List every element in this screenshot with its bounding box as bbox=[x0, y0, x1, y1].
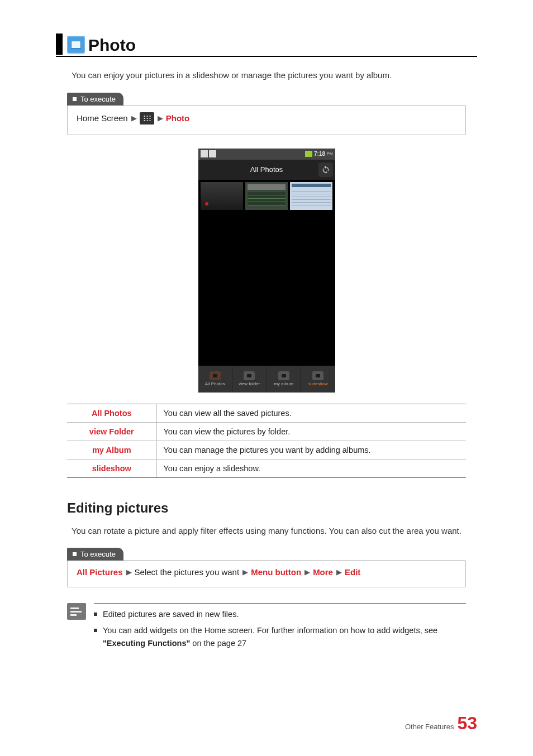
subsection-title: Editing pictures bbox=[67, 500, 477, 516]
tab-slideshow[interactable]: slideshow bbox=[301, 366, 335, 393]
tab-label: All Photos bbox=[205, 381, 225, 386]
album-icon bbox=[278, 371, 289, 380]
footer-section: Other Features bbox=[405, 722, 454, 731]
to-execute-tab: To execute bbox=[67, 93, 123, 106]
table-row: my Album You can manage the pictures you… bbox=[67, 441, 466, 459]
feature-desc: You can view the pictures by folder. bbox=[156, 422, 466, 441]
phone-screenshot: 7:18 PM All Photos All Photos view folde… bbox=[198, 149, 335, 393]
note-text: on the page 27 bbox=[190, 639, 246, 648]
note-item: You can add widgets on the Home screen. … bbox=[94, 624, 466, 650]
bullet-square-icon bbox=[73, 97, 77, 101]
folder-icon bbox=[244, 371, 255, 380]
subsection-intro: You can rotate a picture and apply filte… bbox=[72, 525, 477, 538]
phone-canvas bbox=[198, 212, 335, 366]
status-time-suffix: PM bbox=[327, 152, 333, 156]
note-block: Edited pictures are saved in new files. … bbox=[67, 603, 466, 654]
path-menu-button: Menu button bbox=[251, 567, 301, 577]
apps-grid-icon bbox=[140, 112, 154, 125]
path-edit: Edit bbox=[345, 567, 360, 577]
page-number: 53 bbox=[457, 713, 477, 734]
phone-screen-title: All Photos bbox=[250, 165, 283, 174]
tab-label: slideshow bbox=[308, 381, 328, 386]
path-home-screen: Home Screen bbox=[77, 113, 128, 123]
thumbnail-row bbox=[198, 180, 335, 212]
feature-table: All Photos You can view all the saved pi… bbox=[67, 404, 466, 478]
note-ref: "Executing Functions" bbox=[103, 639, 190, 648]
status-bar: 7:18 PM bbox=[198, 149, 335, 160]
debug-icon bbox=[209, 150, 216, 157]
section-header: Photo bbox=[56, 34, 477, 57]
header-accent-bar bbox=[56, 34, 63, 55]
feature-name: All Photos bbox=[67, 404, 156, 422]
bullet-square-icon bbox=[73, 552, 77, 556]
intro-text: You can enjoy your pictures in a slidesh… bbox=[72, 69, 477, 82]
feature-desc: You can manage the pictures you want by … bbox=[156, 441, 466, 459]
page-footer: Other Features 53 bbox=[405, 713, 477, 734]
to-execute-tab: To execute bbox=[67, 548, 123, 561]
usb-icon bbox=[201, 150, 208, 157]
status-time: 7:18 bbox=[314, 151, 325, 157]
table-row: view Folder You can view the pictures by… bbox=[67, 422, 466, 441]
chevron-icon: ▶ bbox=[336, 568, 341, 576]
feature-desc: You can view all the saved pictures. bbox=[156, 404, 466, 422]
thumbnail[interactable] bbox=[245, 182, 288, 210]
tab-view-folder[interactable]: view folder bbox=[232, 366, 267, 393]
tab-label: view folder bbox=[239, 381, 260, 386]
refresh-button[interactable] bbox=[318, 162, 333, 177]
path-photo: Photo bbox=[166, 113, 190, 123]
chevron-icon: ▶ bbox=[126, 568, 131, 576]
phone-title-bar: All Photos bbox=[198, 160, 335, 180]
phone-bottom-tabs: All Photos view folder my album slidesho… bbox=[198, 366, 335, 393]
feature-name: my Album bbox=[67, 441, 156, 459]
feature-desc: You can enjoy a slideshow. bbox=[156, 459, 466, 477]
battery-icon bbox=[305, 151, 312, 157]
feature-name: view Folder bbox=[67, 422, 156, 441]
slideshow-icon bbox=[312, 371, 323, 380]
thumbnail[interactable] bbox=[290, 182, 332, 210]
chevron-icon: ▶ bbox=[158, 114, 163, 122]
all-photos-icon bbox=[210, 371, 221, 380]
tab-all-photos[interactable]: All Photos bbox=[198, 366, 233, 393]
table-row: slideshow You can enjoy a slideshow. bbox=[67, 459, 466, 477]
note-item: Edited pictures are saved in new files. bbox=[94, 608, 466, 621]
path-more: More bbox=[313, 567, 333, 577]
table-row: All Photos You can view all the saved pi… bbox=[67, 404, 466, 422]
to-execute-path: Home Screen ▶ ▶ Photo bbox=[67, 105, 466, 135]
to-execute-path: All Pictures ▶ Select the pictures you w… bbox=[67, 560, 466, 587]
path-select-pictures: Select the pictures you want bbox=[135, 567, 240, 577]
thumbnail[interactable] bbox=[201, 182, 243, 210]
to-execute-label: To execute bbox=[80, 550, 116, 558]
path-all-pictures: All Pictures bbox=[77, 567, 123, 577]
feature-name: slideshow bbox=[67, 459, 156, 477]
tab-my-album[interactable]: my album bbox=[267, 366, 302, 393]
note-icon bbox=[67, 603, 86, 620]
photo-app-icon bbox=[67, 36, 85, 54]
note-text: You can add widgets on the Home screen. … bbox=[103, 626, 437, 635]
chevron-icon: ▶ bbox=[131, 114, 136, 122]
to-execute-label: To execute bbox=[80, 95, 116, 103]
chevron-icon: ▶ bbox=[304, 568, 310, 576]
refresh-icon bbox=[321, 165, 330, 174]
chevron-icon: ▶ bbox=[242, 568, 248, 576]
tab-label: my album bbox=[274, 381, 293, 386]
section-title: Photo bbox=[88, 36, 136, 55]
